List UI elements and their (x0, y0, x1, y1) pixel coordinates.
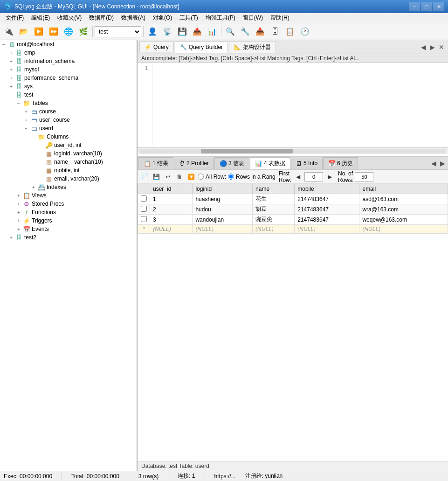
table-row[interactable]: *(NULL)(NULL)(NULL)(NULL)(NULL) (138, 225, 448, 234)
table-row[interactable]: 1huasheng花生2147483647asd@163.com (138, 194, 448, 204)
row-checkbox[interactable] (141, 195, 147, 202)
menu-tools[interactable]: 工具(T) (176, 13, 201, 23)
col-header-loginid[interactable]: loginid (193, 184, 253, 194)
sidebar-item-loginid[interactable]: ▦ loginid, varchar(10) (0, 149, 137, 158)
tab-schema-designer[interactable]: 📐 架构设计器 (229, 41, 276, 53)
btn-next-row[interactable]: ▶ (324, 172, 335, 182)
row-check[interactable] (138, 204, 150, 215)
cell-user_id[interactable]: 2 (150, 204, 193, 215)
stored-procs-toggle[interactable]: + (15, 202, 22, 207)
cell-name_[interactable]: 豌豆尖 (253, 215, 295, 225)
editor-scrollbar[interactable] (138, 147, 448, 154)
menu-window[interactable]: 窗口(W) (239, 13, 267, 23)
close-button[interactable]: ✕ (433, 2, 444, 11)
toolbar-new-connection[interactable]: 🔌 (2, 25, 16, 38)
test2-toggle[interactable]: + (7, 235, 15, 240)
editor-text[interactable] (156, 65, 448, 146)
sidebar-item-userid[interactable]: 🔑 user_id, int (0, 141, 137, 149)
col-header-name[interactable]: name_ (253, 184, 295, 194)
mysql-toggle[interactable]: + (7, 67, 15, 72)
indexes-toggle[interactable]: + (30, 185, 37, 190)
toolbar-save[interactable]: 💾 (175, 25, 189, 38)
toolbar-db-icon[interactable]: 🌿 (76, 25, 90, 38)
table-btn-delete[interactable]: 🗑 (174, 172, 185, 182)
db-selector[interactable]: test emp information_schema mysql perfor… (95, 26, 141, 37)
sidebar-item-indexes[interactable]: + 📇 Indexes (0, 183, 137, 191)
radio-all[interactable] (198, 174, 204, 180)
table-row[interactable]: 2hudou胡豆2147483647wra@163.com (138, 204, 448, 215)
sidebar-item-columns[interactable]: − 📁 Columns (0, 132, 137, 141)
menu-advanced[interactable]: 增强工具(P) (202, 13, 239, 23)
cell-email[interactable]: wra@163.com (359, 204, 448, 215)
tab-query-builder[interactable]: 🔧 Query Builder (175, 42, 228, 53)
sidebar-item-views[interactable]: + 📋 Views (0, 191, 137, 200)
menu-favorites[interactable]: 收藏夹(V) (54, 13, 85, 23)
user-course-toggle[interactable]: + (22, 118, 30, 123)
toolbar-backup[interactable]: 🗄 (268, 25, 282, 38)
result-tab-5info[interactable]: 🗓 5 Info (291, 158, 323, 169)
sidebar-item-events[interactable]: + 📅 Events (0, 225, 137, 233)
toolbar-refresh[interactable]: 🌐 (62, 25, 76, 38)
toolbar-import[interactable]: 📥 (253, 25, 267, 38)
scroll-track[interactable] (139, 149, 446, 153)
cell-loginid[interactable]: hudou (193, 204, 253, 215)
result-tab-info[interactable]: 🔵 3 信息 (214, 157, 249, 169)
test-toggle[interactable]: − (7, 92, 15, 98)
table-btn-filter[interactable]: 🔽 (186, 172, 196, 182)
result-tab-result[interactable]: 📋 1 结果 (138, 157, 173, 169)
sidebar-item-triggers[interactable]: + ⚡ Triggers (0, 216, 137, 225)
toolbar-user[interactable]: 👤 (145, 25, 159, 38)
row-checkbox[interactable] (141, 206, 147, 212)
result-tab-nav-next[interactable]: ▶ (438, 160, 447, 167)
col-header-email[interactable]: email (359, 184, 448, 194)
sidebar-item-information-schema[interactable]: + 🗄 information_schema (0, 57, 137, 65)
row-check[interactable]: * (138, 225, 150, 234)
toolbar-connect[interactable]: 📡 (160, 25, 174, 38)
course-toggle[interactable]: + (22, 109, 30, 114)
sidebar-item-name[interactable]: ▦ name_, varchar(10) (0, 158, 137, 166)
cell-name_[interactable]: 花生 (253, 194, 295, 204)
sidebar-item-userd[interactable]: − 🗃 userd (0, 124, 137, 132)
menu-file[interactable]: 文件(F) (2, 13, 28, 23)
menu-database[interactable]: 数据库(D) (85, 13, 117, 23)
cell-email[interactable]: asd@163.com (359, 194, 448, 204)
cell-loginid[interactable]: (NULL) (193, 225, 253, 234)
sidebar-item-tables[interactable]: − 📁 Tables (0, 99, 137, 107)
col-header-userid[interactable]: user_id (150, 184, 193, 194)
sidebar-item-test[interactable]: − 🗄 test (0, 91, 137, 99)
maximize-button[interactable]: □ (421, 2, 432, 11)
toolbar-filter[interactable]: 🔧 (238, 25, 252, 38)
cell-mobile[interactable]: 2147483647 (295, 194, 359, 204)
sidebar-item-performance-schema[interactable]: + 🗄 performance_schema (0, 74, 137, 82)
first-row-input[interactable] (304, 172, 323, 181)
toolbar-schema[interactable]: 📊 (205, 25, 219, 38)
toolbar-fast-forward[interactable]: ⏩ (47, 25, 61, 38)
col-header-mobile[interactable]: mobile (295, 184, 359, 194)
cell-user_id[interactable]: 3 (150, 215, 193, 225)
menu-edit[interactable]: 编辑(E) (28, 13, 54, 23)
views-toggle[interactable]: + (15, 193, 22, 198)
info-schema-toggle[interactable]: + (7, 59, 15, 64)
toolbar-search[interactable]: 🔍 (223, 25, 237, 38)
toolbar-restore[interactable]: 📋 (283, 25, 297, 38)
cell-mobile[interactable]: (NULL) (295, 225, 359, 234)
cell-user_id[interactable]: (NULL) (150, 225, 193, 234)
btn-prev-row[interactable]: ◀ (293, 172, 303, 182)
table-btn-discard[interactable]: ↩ (163, 172, 173, 182)
menu-table[interactable]: 数据表(A) (117, 13, 149, 23)
cell-loginid[interactable]: wandoujian (193, 215, 253, 225)
cell-email[interactable]: weqew@163.com (359, 215, 448, 225)
row-check[interactable] (138, 215, 150, 225)
tab-query[interactable]: ⚡ Query (139, 42, 174, 52)
userd-toggle[interactable]: − (22, 126, 30, 131)
sidebar-item-email[interactable]: ▦ email, varchar(20) (0, 174, 137, 183)
cell-email[interactable]: (NULL) (359, 225, 448, 234)
tables-toggle[interactable]: − (15, 101, 22, 106)
table-btn-save[interactable]: 💾 (151, 172, 161, 182)
sidebar-root[interactable]: − 🖥 root@localhost (0, 40, 137, 49)
perf-schema-toggle[interactable]: + (7, 76, 15, 81)
toolbar-schedule[interactable]: 🕐 (298, 25, 312, 38)
row-checkbox[interactable] (141, 216, 147, 222)
sidebar-item-mobile[interactable]: ▦ mobile, int (0, 166, 137, 174)
result-tab-nav-prev[interactable]: ◀ (429, 160, 438, 167)
